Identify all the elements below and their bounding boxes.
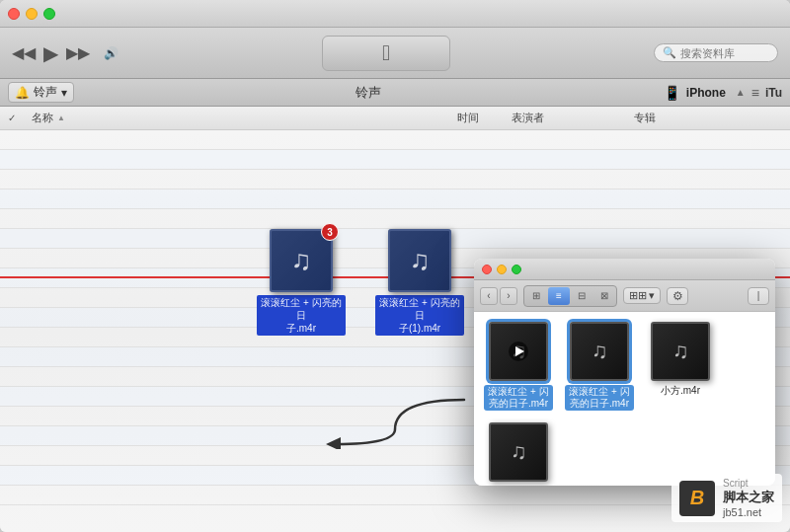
finder-maximize-button[interactable] — [512, 265, 521, 274]
play-button[interactable]: ▶ — [43, 41, 58, 65]
sort-arrow: ▲ — [57, 114, 65, 122]
forward-nav-button[interactable]: › — [500, 287, 517, 305]
col-album-header[interactable]: 专辑 — [634, 111, 782, 125]
col-name-header[interactable]: 名称 ▲ — [32, 111, 425, 125]
apple-logo-area:  — [130, 36, 642, 71]
toolbar: ◀◀ ▶ ▶▶ 🔊  🔍 — [0, 28, 790, 79]
finder-icon-3: ♫ — [651, 322, 710, 381]
minimize-button[interactable] — [26, 8, 38, 20]
watermark-b: B — [690, 487, 704, 509]
triangle-icon: ▲ — [736, 87, 746, 98]
sort-label: ⊞⊞ — [629, 289, 647, 302]
finder-icon-1: ♫ — [489, 322, 548, 381]
watermark-script: Script — [723, 478, 774, 489]
search-box[interactable]: 🔍 — [654, 43, 778, 62]
back-button[interactable]: ‹ — [480, 287, 498, 305]
ringtone-center: 铃声 — [82, 84, 656, 102]
sort-chevron-icon: ▾ — [649, 289, 655, 302]
maximize-button[interactable] — [43, 8, 55, 20]
list-row — [0, 130, 790, 150]
list-row — [0, 190, 790, 209]
finder-item-3[interactable]: ♫ 小方.m4r — [646, 322, 715, 411]
spacer-button[interactable]: | — [748, 287, 769, 305]
title-bar — [0, 0, 790, 28]
finder-item-1[interactable]: ♫ 滚滚红尘 + 闪亮的日子.m4r — [484, 322, 553, 411]
iphone-icon: 📱 — [664, 85, 680, 101]
column-view-button[interactable]: ⊟ — [571, 287, 592, 305]
finder-music-note-2: ♫ — [592, 339, 608, 364]
transport-controls: ◀◀ ▶ ▶▶ 🔊 — [12, 41, 118, 65]
sort-dropdown[interactable]: ⊞⊞ ▾ — [623, 287, 661, 304]
sub-toolbar: 🔔 铃声 ▾ 铃声 📱 iPhone ▲ ≡ iTu — [0, 79, 790, 107]
ringtone-selector-label: 铃声 — [34, 84, 57, 101]
chevron-down-icon: ▾ — [61, 86, 67, 100]
col-artist-header[interactable]: 表演者 — [512, 111, 630, 125]
itu-label: iTu — [765, 86, 782, 100]
watermark-logo: B — [679, 481, 715, 516]
play-triangle-1 — [515, 346, 524, 356]
music-icon-bg-2: ♫ — [388, 229, 451, 292]
finder-titlebar — [474, 259, 775, 280]
col-artist-label: 表演者 — [512, 112, 544, 123]
rewind-button[interactable]: ◀◀ — [12, 43, 36, 62]
window-buttons — [8, 8, 55, 20]
check-icon: ✓ — [8, 113, 16, 123]
item-label-1: 滚滚红尘 + 闪亮的日子.m4r — [257, 295, 346, 336]
apple-logo:  — [382, 40, 390, 65]
item-label-2: 滚滚红尘 + 闪亮的日子(1).m4r — [375, 295, 464, 336]
col-album-label: 专辑 — [634, 112, 656, 123]
gear-button[interactable]: ⚙ — [667, 287, 688, 305]
icon-view-button[interactable]: ⊞ — [525, 287, 547, 305]
ringtone-selector[interactable]: 🔔 铃声 ▾ — [8, 82, 74, 103]
finder-item-2[interactable]: ♫ 滚滚红尘 + 闪亮的日子.m4r — [565, 322, 634, 411]
finder-item-label-2: 滚滚红尘 + 闪亮的日子.m4r — [565, 385, 634, 411]
watermark-text: Script 脚本之家 jb51.net — [723, 478, 774, 518]
view-buttons: ⊞ ≡ ⊟ ⊠ — [523, 285, 617, 307]
music-icon-wrapper-2: ♫ — [388, 229, 451, 292]
search-input[interactable] — [680, 47, 769, 59]
music-note-2: ♫ — [410, 245, 431, 276]
drag-arrow — [306, 390, 484, 453]
list-row — [0, 170, 790, 190]
list-view-button[interactable]: ≡ — [548, 287, 570, 305]
close-button[interactable] — [8, 8, 20, 20]
forward-button[interactable]: ▶▶ — [66, 43, 90, 62]
col-time-header[interactable]: 时间 — [429, 111, 508, 125]
column-headers: ✓ 名称 ▲ 时间 表演者 专辑 — [0, 107, 790, 130]
finder-content: ♫ 滚滚红尘 + 闪亮的日子.m4r ♫ 滚滚红尘 + 闪亮的日子.m4r — [474, 312, 775, 486]
finder-item-label-3: 小方.m4r — [661, 385, 700, 397]
finder-music-note-3: ♫ — [672, 339, 689, 364]
coverflow-view-button[interactable]: ⊠ — [593, 287, 615, 305]
svg-marker-0 — [326, 437, 341, 449]
finder-toolbar: ‹ › ⊞ ≡ ⊟ ⊠ ⊞⊞ ▾ ⚙ | — [474, 280, 775, 312]
list-row — [0, 150, 790, 170]
watermark: B Script 脚本之家 jb51.net — [672, 474, 782, 522]
iphone-label: iPhone — [686, 86, 726, 100]
finder-item-4[interactable]: ♫ 滚滚红尘 + 闪亮的日子(1).m4r — [484, 422, 553, 486]
finder-icon-4: ♫ — [489, 422, 548, 482]
content-area: ♫ 3 滚滚红尘 + 闪亮的日子.m4r ♫ 滚滚红尘 + 闪亮的日子(1).m… — [0, 130, 790, 532]
music-icon-wrapper-1: ♫ 3 — [270, 229, 333, 292]
finder-buttons — [482, 265, 521, 274]
search-icon: 🔍 — [663, 46, 676, 59]
music-note-1: ♫ — [291, 245, 312, 276]
menu-icon[interactable]: ≡ — [751, 85, 759, 101]
itunes-window: ◀◀ ▶ ▶▶ 🔊  🔍 🔔 铃声 ▾ 铃声 📱 iPhone ▲ — [0, 0, 790, 532]
music-item-1[interactable]: ♫ 3 滚滚红尘 + 闪亮的日子.m4r — [257, 229, 346, 336]
play-overlay-1 — [509, 342, 528, 361]
volume-icon[interactable]: 🔊 — [104, 46, 118, 60]
ringtone-icon: 🔔 — [15, 86, 30, 100]
music-item-2[interactable]: ♫ 滚滚红尘 + 闪亮的日子(1).m4r — [375, 229, 464, 336]
col-name-label: 名称 — [32, 111, 53, 125]
finder-minimize-button[interactable] — [497, 265, 507, 274]
watermark-url: jb51.net — [723, 506, 774, 518]
iphone-section: 📱 iPhone ▲ ≡ iTu — [664, 85, 782, 101]
nav-buttons: ‹ › — [480, 287, 517, 305]
finder-item-label-1: 滚滚红尘 + 闪亮的日子.m4r — [484, 385, 553, 411]
col-check-header: ✓ — [8, 113, 28, 123]
list-row — [0, 209, 790, 229]
finder-close-button[interactable] — [482, 265, 492, 274]
badge-1: 3 — [321, 223, 339, 241]
finder-window: ‹ › ⊞ ≡ ⊟ ⊠ ⊞⊞ ▾ ⚙ | — [474, 259, 775, 486]
finder-music-note-4: ♫ — [511, 439, 527, 465]
